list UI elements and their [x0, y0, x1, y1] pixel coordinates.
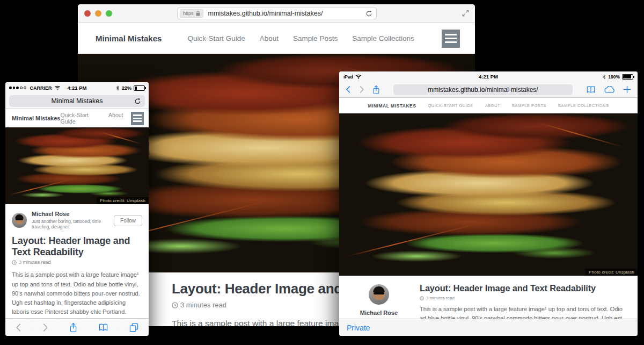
clock-icon — [172, 302, 178, 308]
nav-link-about[interactable]: About — [108, 112, 123, 125]
forward-button[interactable] — [42, 323, 48, 332]
https-label: https — [183, 11, 194, 16]
iphone-url-row: Minimal Mistakes — [5, 94, 149, 109]
status-right: 22% — [86, 85, 145, 91]
nav-link-quick-start-guide[interactable]: Quick-Start Guide — [60, 112, 99, 125]
bookmarks-button[interactable] — [98, 323, 108, 332]
site-title-link[interactable]: Minimal Mistakes — [12, 115, 60, 121]
follow-button[interactable]: Follow — [114, 215, 142, 226]
nav-link-about[interactable]: About — [485, 103, 500, 108]
bluetooth-icon — [116, 85, 120, 91]
zoom-window-button[interactable] — [106, 10, 112, 17]
share-button[interactable] — [372, 85, 380, 95]
reload-button[interactable] — [365, 10, 372, 17]
https-badge: https — [180, 9, 203, 18]
cloud-icon — [604, 86, 615, 94]
plus-icon — [623, 85, 631, 94]
share-button[interactable] — [69, 322, 77, 333]
signal-strength-icon — [9, 87, 26, 89]
chevron-left-icon — [16, 323, 21, 332]
article-title: Layout: Header Image and Text Readabilit… — [12, 235, 142, 257]
menu-button[interactable] — [131, 112, 144, 125]
author-bio: Just another boring, tattooed, time trav… — [32, 219, 114, 230]
wifi-icon — [355, 74, 362, 79]
back-button[interactable] — [16, 323, 21, 332]
iphone-address-bar[interactable]: Minimal Mistakes — [9, 95, 145, 107]
tabs-button[interactable] — [129, 323, 138, 332]
wifi-icon — [54, 85, 61, 90]
status-right: 100% — [498, 74, 633, 80]
bluetooth-icon — [602, 74, 606, 80]
site-title-link[interactable]: Minimal Mistakes — [368, 103, 416, 109]
iphone-status-bar: CARRIER 4:21 PM 22% — [5, 82, 149, 94]
photo-credit-badge: Photo credit: Unsplash — [586, 269, 638, 276]
ipad-toolbar: mmistakes.github.io/minimal-mistakes/ — [339, 82, 638, 98]
nav-link-sample-posts[interactable]: Sample Posts — [293, 34, 338, 42]
header-feature-image: Photo credit: Unsplash — [5, 127, 149, 204]
status-left: CARRIER — [9, 85, 68, 91]
address-bar[interactable]: https mmistakes.github.io/minimal-mistak… — [177, 8, 377, 19]
close-window-button[interactable] — [84, 10, 91, 17]
article-title: Layout: Header Image and Text Readabilit… — [420, 283, 627, 293]
status-left: iPad — [343, 74, 479, 80]
author-avatar — [12, 213, 27, 228]
device-label: iPad — [343, 74, 353, 80]
site-title-link[interactable]: Minimal Mistakes — [96, 34, 162, 43]
nav-link-about[interactable]: About — [260, 34, 279, 42]
forward-button[interactable] — [359, 85, 364, 94]
clock-icon — [12, 260, 17, 265]
nav-link-quick-start-guide[interactable]: Quick-Start Guide — [187, 34, 245, 42]
read-time: 3 minutes read — [12, 260, 142, 265]
tabs-icon — [129, 323, 138, 332]
fullscreen-icon — [462, 9, 470, 17]
back-button[interactable] — [346, 85, 351, 94]
private-browsing-button[interactable]: Private — [347, 324, 370, 332]
nav-link-quick-start-guide[interactable]: Quick-Start Guide — [428, 103, 473, 108]
ipad-screen: iPad 4:21 PM 100% mmistakes.github.io/mi… — [339, 71, 638, 336]
icloud-tabs-button[interactable] — [604, 86, 615, 94]
battery-percent: 100% — [608, 74, 620, 80]
iphone-bottom-toolbar — [5, 318, 149, 336]
window-controls — [84, 10, 112, 17]
author-name: Michael Rose — [353, 310, 405, 316]
book-icon — [98, 323, 108, 332]
url-text: mmistakes.github.io/minimal-mistakes/ — [208, 10, 323, 17]
author-block: Michael Rose Just another boring, tattoo… — [12, 211, 142, 230]
status-time: 4:21 PM — [479, 74, 498, 80]
iphone-article: Michael Rose Just another boring, tattoo… — [5, 204, 149, 336]
chevron-left-icon — [346, 85, 351, 94]
status-time: 4:21 PM — [68, 85, 87, 91]
iphone-reload-button[interactable] — [134, 98, 141, 105]
fullscreen-button[interactable] — [462, 9, 470, 17]
book-icon — [586, 85, 596, 94]
clock-icon — [420, 296, 424, 300]
author-info: Michael Rose Just another boring, tattoo… — [32, 211, 114, 230]
share-icon — [372, 85, 380, 95]
author-avatar — [369, 284, 389, 305]
reload-icon — [134, 98, 141, 105]
menu-button[interactable] — [442, 30, 460, 48]
url-text: mmistakes.github.io/minimal-mistakes/ — [428, 86, 538, 94]
site-nav: Quick-Start Guide About Sample Posts Sam… — [187, 34, 414, 42]
nav-link-sample-collections[interactable]: Sample Collections — [352, 34, 414, 42]
ipad-private-bar: Private — [339, 319, 638, 336]
bookmarks-button[interactable] — [586, 85, 596, 94]
iphone-url-title: Minimal Mistakes — [52, 97, 103, 105]
ipad-address-bar[interactable]: mmistakes.github.io/minimal-mistakes/ — [393, 84, 573, 95]
photo-credit-badge: Photo credit: Unsplash — [97, 197, 149, 204]
reload-icon — [365, 10, 372, 17]
chevron-right-icon — [42, 323, 48, 332]
nav-link-sample-collections[interactable]: Sample Collections — [558, 103, 609, 108]
read-time: 3 minutes read — [420, 296, 627, 300]
nav-link-sample-posts[interactable]: Sample Posts — [512, 103, 546, 108]
battery-icon — [134, 85, 145, 91]
iphone-screen: CARRIER 4:21 PM 22% Minimal Mistakes Min… — [5, 82, 149, 336]
iphone-site-masthead: Minimal Mistakes Quick-Start Guide About — [5, 109, 149, 127]
new-tab-button[interactable] — [623, 85, 631, 94]
minimize-window-button[interactable] — [95, 10, 101, 17]
ipad-site-masthead: Minimal Mistakes Quick-Start Guide About… — [339, 98, 638, 113]
lock-icon — [196, 11, 200, 16]
battery-icon — [622, 74, 633, 80]
header-feature-image: Photo credit: Unsplash — [339, 113, 638, 276]
author-name: Michael Rose — [32, 211, 114, 218]
